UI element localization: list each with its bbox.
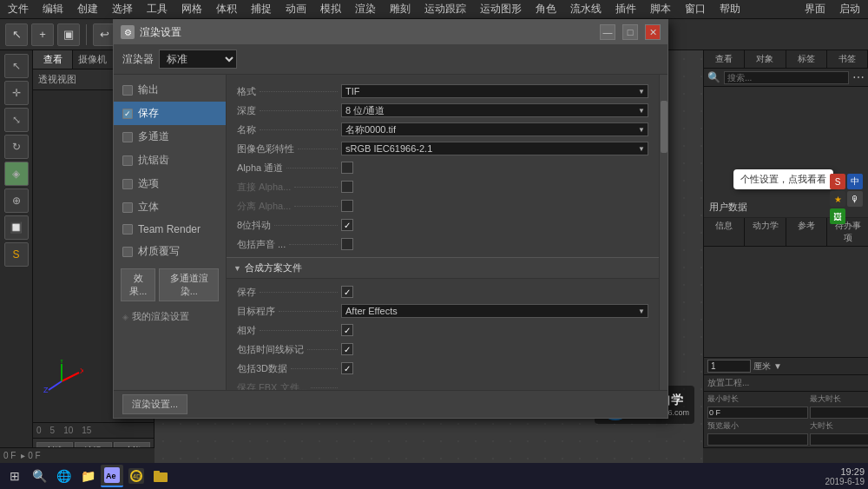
nav-item-save[interactable]: ✓ 保存 [114,102,226,125]
min-time-input[interactable] [707,406,808,419]
comp-save-check[interactable] [341,286,353,298]
dialog-close-btn[interactable]: ✕ [645,24,661,40]
timeline-marker-check-area [341,343,648,355]
left-sidebar: ↖ ✛ ⤡ ↻ ◈ ⊕ 🔲 S [0,50,33,463]
play-project-btn[interactable]: 放置工程... [704,374,868,391]
separate-alpha-row: 分离 Alpha... [237,196,648,215]
menu-select[interactable]: 选择 [109,2,135,17]
cn-icon[interactable]: 中 [847,174,863,189]
nav-item-multichannel[interactable]: 多通道 [114,125,226,149]
dropdown-icon[interactable]: ▼ [773,361,782,371]
dialog-scrollbar[interactable] [659,75,667,390]
format-select[interactable]: TIF [341,84,648,98]
taskbar-fileexplorer[interactable]: 📁 [76,465,99,487]
sidebar-icon-rotate[interactable]: ↻ [4,135,29,159]
menu-pipeline[interactable]: 流水线 [568,2,604,17]
menu-plugin[interactable]: 插件 [613,2,639,17]
name-select[interactable]: 名称0000.tif [341,122,648,136]
subtab-ref[interactable]: 参考 [787,218,828,246]
menu-volume[interactable]: 体积 [214,2,240,17]
color-profile-select[interactable]: sRGB IEC61966-2.1 [341,142,648,155]
multichannel-btn[interactable]: 多通道渲染... [159,268,219,301]
max-time-input[interactable] [810,406,868,419]
sidebar-icon-snap[interactable]: 🔲 [4,215,29,240]
bullet-icon: ◈ [122,313,128,321]
image-icon[interactable]: 🖼 [830,208,845,224]
menu-script[interactable]: 脚本 [648,2,674,17]
menu-interface[interactable]: 界面 [802,2,828,17]
menu-start[interactable]: 启动 [837,2,863,17]
alpha-check[interactable] [341,162,353,174]
straight-alpha-check[interactable] [341,181,353,193]
nav-item-teamrender[interactable]: Team Render [114,219,226,240]
toolbar-cursor[interactable]: ↖ [5,23,28,46]
render-settings-footer-btn[interactable]: 渲染设置... [122,394,187,414]
number-field[interactable] [707,360,751,373]
depth-select[interactable]: 8 位/通道 [341,103,648,117]
taskbar-edge[interactable]: 🌐 [52,465,75,487]
star-icon[interactable]: ★ [830,191,845,207]
tab-view[interactable]: 查看 [33,50,73,69]
tab-objects[interactable]: 对象 [745,50,786,68]
subtab-info[interactable]: 信息 [704,218,745,246]
timeline-marker-label: 包括时间线标记 [237,343,341,356]
scrollbar-thumb[interactable] [661,101,667,153]
dialog-icon: ⚙ [121,25,135,39]
tab-bookmarks[interactable]: 书签 [827,50,868,68]
menu-motion-track[interactable]: 运动跟踪 [422,2,469,17]
sidebar-icon-scale[interactable]: ⤡ [4,108,29,132]
search-input[interactable] [724,71,849,84]
menu-mograph[interactable]: 运动图形 [477,2,524,17]
taskbar-windows[interactable]: ⊞ [3,465,26,487]
tab-view-right[interactable]: 查看 [704,50,745,68]
sidebar-icon-green[interactable]: ◈ [4,162,29,186]
sidebar-icon-pointer[interactable]: ↖ [4,54,29,78]
s-icon[interactable]: S [830,174,845,189]
timeline-marker-check[interactable] [341,343,353,355]
preview-min-input[interactable] [707,433,808,446]
nav-item-output[interactable]: 输出 [114,78,226,102]
nav-item-matoverride[interactable]: 材质覆写 [114,240,226,263]
menu-edit[interactable]: 编辑 [40,2,66,17]
dither-check[interactable] [341,219,353,231]
sidebar-icon-s[interactable]: S [4,242,29,267]
menu-char[interactable]: 角色 [533,2,559,17]
taskbar-folder[interactable] [149,465,172,487]
menu-help[interactable]: 帮助 [717,2,743,17]
taskbar-c4d[interactable]: 4D [125,465,148,487]
menu-simulate[interactable]: 模拟 [318,2,344,17]
menu-snap[interactable]: 捕捉 [248,2,274,17]
nav-item-aa[interactable]: 抗锯齿 [114,149,226,172]
taskbar-search[interactable]: 🔍 [28,465,50,487]
mic-icon[interactable]: 🎙 [847,191,863,207]
effect-btn[interactable]: 效果... [121,268,155,301]
menu-file[interactable]: 文件 [5,2,31,17]
menu-window[interactable]: 窗口 [682,2,708,17]
menu-render[interactable]: 渲染 [352,2,378,17]
menu-anim[interactable]: 动画 [283,2,309,17]
menu-create[interactable]: 创建 [75,2,101,17]
menu-mesh[interactable]: 网格 [179,2,205,17]
tab-tags[interactable]: 标签 [786,50,827,68]
sound-check[interactable] [341,238,353,250]
taskbar-ae[interactable]: Ae [101,465,123,487]
tab-camera[interactable]: 摄像机 [73,50,113,69]
renderer-row: 渲染器 标准 [114,44,667,75]
sidebar-icon-axis[interactable]: ⊕ [4,188,29,213]
toolbar-add[interactable]: + [31,23,54,46]
toolbar-object[interactable]: ▣ [57,23,80,46]
separate-alpha-check[interactable] [341,200,353,212]
dialog-maximize-btn[interactable]: □ [622,24,638,40]
subtab-dynamics[interactable]: 动力学 [746,218,786,246]
menu-tools[interactable]: 工具 [144,2,170,17]
sidebar-icon-move[interactable]: ✛ [4,81,29,105]
relative-check[interactable] [341,324,353,336]
menu-sculpt[interactable]: 雕刻 [387,2,413,17]
preview-max-input[interactable] [810,433,868,446]
dialog-minimize-btn[interactable]: — [600,24,615,40]
nav-item-options[interactable]: 选项 [114,172,226,195]
target-select[interactable]: After Effects [341,304,648,318]
nav-item-stereo[interactable]: 立体 [114,195,226,219]
renderer-select[interactable]: 标准 [159,50,237,69]
3d-data-check[interactable] [341,362,353,374]
